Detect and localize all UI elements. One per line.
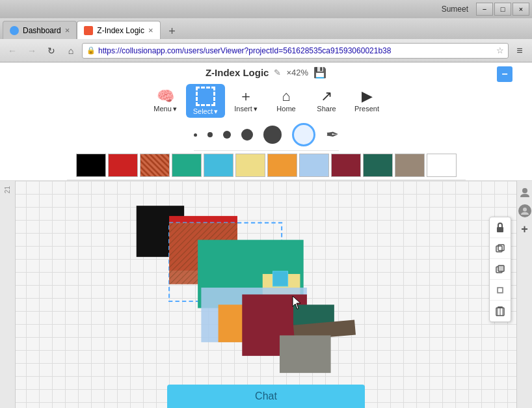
menu-tool-label: Menu▾ (153, 105, 177, 113)
tab2-label: Z-Index Logic (97, 26, 144, 35)
shape-darkteal-rect[interactable] (293, 305, 334, 325)
color-gray-brown[interactable] (395, 154, 425, 177)
canvas-svg (0, 181, 532, 408)
color-teal[interactable] (172, 154, 202, 177)
home-button[interactable]: ⌂ (62, 42, 79, 59)
nav-bar: ← → ↻ ⌂ 🔒 https://collusionapp.com/users… (0, 39, 532, 62)
bookmark-star-icon[interactable]: ☆ (496, 46, 504, 55)
share-tool-label: Share (317, 105, 336, 113)
collapse-button[interactable]: − (497, 66, 512, 82)
tab2-favicon (84, 26, 93, 35)
lock-action-button[interactable] (490, 217, 511, 238)
present-tool-icon: ▶ (362, 89, 373, 103)
restore-button[interactable]: □ (494, 3, 511, 16)
move-action-button[interactable] (490, 280, 511, 301)
copy-action-button[interactable] (490, 259, 511, 280)
home-tool-button[interactable]: ⌂ Home (267, 84, 306, 118)
insert-tool-button[interactable]: ＋ Insert▾ (226, 84, 265, 118)
shape-gray-rect2[interactable] (280, 335, 331, 373)
reload-button[interactable]: ↻ (43, 42, 60, 59)
chat-bar[interactable]: Chat (167, 385, 365, 408)
save-icon[interactable]: 💾 (313, 66, 326, 79)
shape-small-teal[interactable] (273, 271, 287, 286)
toolbar: 🧠 Menu▾ Select▾ ＋ Insert▾ ⌂ Home ↗ Share… (140, 81, 392, 120)
duplicate-action-button[interactable] (490, 238, 511, 259)
color-pale-blue[interactable] (299, 154, 329, 177)
home-tool-icon: ⌂ (282, 89, 290, 103)
color-black[interactable] (76, 154, 106, 177)
tab-dashboard[interactable]: Dashboard × (3, 21, 77, 39)
tab1-close[interactable]: × (65, 25, 70, 35)
select-tool-label: Select▾ (193, 107, 219, 116)
color-palette (67, 151, 466, 180)
present-tool-button[interactable]: ▶ Present (347, 84, 386, 118)
new-tab-button[interactable]: + (163, 25, 181, 38)
tab2-close[interactable]: × (148, 25, 153, 35)
edit-icon[interactable]: ✎ (274, 68, 281, 77)
size-circle-outline[interactable] (292, 123, 315, 146)
tab1-label: Dashboard (23, 26, 61, 35)
canvas-area[interactable]: 21 + (0, 181, 532, 408)
tab-z-index-logic[interactable]: Z-Index Logic × (77, 21, 160, 39)
lock-icon: 🔒 (86, 46, 96, 55)
app-title-row: Z-Index Logic ✎ ×42% 💾 (206, 66, 326, 79)
size-dot-3[interactable] (223, 131, 231, 139)
svg-rect-14 (498, 306, 503, 308)
color-dark-teal[interactable] (363, 154, 393, 177)
tab-bar: Dashboard × Z-Index Logic × + (0, 18, 532, 39)
color-dark-red[interactable] (331, 154, 361, 177)
color-light-blue[interactable] (204, 154, 233, 177)
insert-tool-icon: ＋ (239, 89, 253, 103)
size-row: ✒ (194, 120, 339, 151)
chat-label: Chat (255, 390, 277, 402)
delete-action-button[interactable] (490, 301, 511, 321)
size-dot-2[interactable] (207, 132, 213, 137)
select-tool-button[interactable]: Select▾ (186, 84, 225, 118)
action-toolbar (489, 217, 511, 322)
present-tool-label: Present (354, 105, 379, 113)
back-button[interactable]: ← (4, 42, 21, 59)
close-button[interactable]: × (512, 3, 529, 16)
share-tool-icon: ↗ (321, 89, 332, 103)
color-red[interactable] (108, 154, 138, 177)
app-area: Z-Index Logic ✎ ×42% 💾 🧠 Menu▾ Select▾ ＋… (0, 62, 532, 408)
app-header: Z-Index Logic ✎ ×42% 💾 🧠 Menu▾ Select▾ ＋… (0, 62, 532, 181)
minimize-button[interactable]: − (476, 3, 493, 16)
title-bar-text: Sumeet (0, 5, 475, 14)
size-dot-1[interactable] (194, 133, 197, 137)
share-tool-button[interactable]: ↗ Share (307, 84, 346, 118)
svg-rect-3 (497, 227, 503, 232)
tab1-favicon (10, 26, 19, 35)
color-orange[interactable] (267, 154, 297, 177)
svg-rect-9 (498, 288, 502, 292)
svg-rect-7 (498, 265, 504, 271)
address-bar[interactable]: 🔒 https://collusionapp.com/users/userVie… (82, 43, 509, 59)
color-orange-brown[interactable] (140, 154, 170, 177)
size-dot-4[interactable] (241, 129, 253, 141)
select-tool-icon (196, 87, 215, 106)
size-dot-5[interactable] (263, 126, 282, 144)
browser-menu-button[interactable]: ≡ (511, 42, 528, 59)
zoom-label: ×42% (286, 68, 308, 77)
title-bar: Sumeet − □ × (0, 0, 532, 18)
insert-tool-label: Insert▾ (234, 105, 258, 113)
color-yellow[interactable] (235, 154, 265, 177)
menu-tool-icon: 🧠 (157, 89, 174, 103)
forward-button[interactable]: → (23, 42, 40, 59)
home-tool-label: Home (276, 105, 295, 113)
address-text: https://collusionapp.com/users/userViewe… (98, 46, 494, 55)
menu-tool-button[interactable]: 🧠 Menu▾ (146, 84, 185, 118)
color-white[interactable] (427, 154, 457, 177)
pen-tool-icon[interactable]: ✒ (326, 126, 339, 144)
app-title: Z-Index Logic (206, 67, 269, 78)
